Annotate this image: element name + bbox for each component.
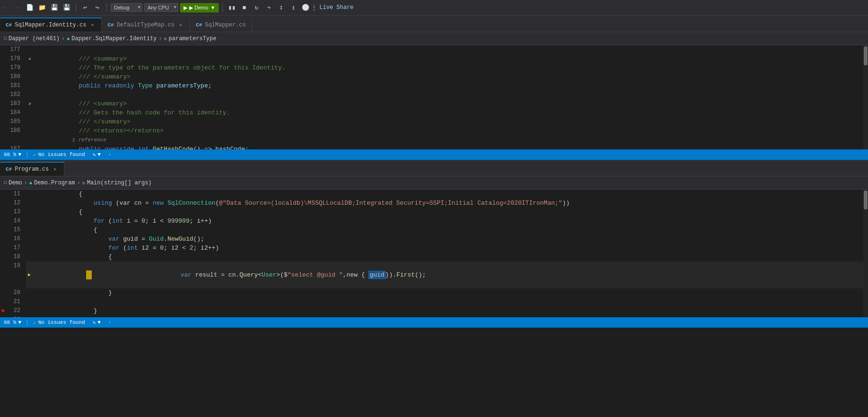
code-line: 12 using (var cn = new SqlConnection(@"D… (0, 199, 868, 208)
line-number: 15 (0, 226, 26, 235)
line-number: 13 (0, 208, 26, 217)
fold-button[interactable] (26, 208, 33, 217)
code-area-pane2[interactable]: 11 { 12 using (var cn = new SqlConnectio… (0, 190, 868, 317)
code-scroll-pane1[interactable]: 177 178 ◢ /// <summary> 179 (0, 45, 868, 149)
breadcrumb-class[interactable]: ◆ Dapper.SqlMapper.Identity (67, 35, 157, 42)
tab-icon-3: C# (196, 22, 202, 28)
line-content: public readonly Type parametersType; (33, 81, 868, 90)
debug-stop-icon[interactable]: ■ (239, 2, 249, 13)
line-content: 1 reference (33, 135, 868, 145)
fold-button[interactable] (26, 243, 33, 252)
debug-highlight (86, 270, 92, 279)
fold-button[interactable] (26, 145, 33, 149)
new-file-icon[interactable]: 📄 (25, 2, 35, 13)
fold-button[interactable] (26, 235, 33, 243)
live-share-button[interactable]: ⋮ Live Share (311, 4, 353, 12)
code-line: 183 ◢ /// <summary> (0, 99, 868, 108)
breadcrumb-member-icon-2: ◇ (82, 180, 85, 186)
fold-button[interactable] (26, 126, 33, 135)
code-line: 179 /// The type of the parameters objec… (0, 63, 868, 72)
fold-button[interactable] (26, 81, 33, 90)
fold-button[interactable] (26, 288, 33, 297)
fold-button[interactable] (26, 90, 33, 99)
tab-sqlmapper-identity[interactable]: C# SqlMapper.Identity.cs ✕ (0, 17, 102, 32)
step-into-icon[interactable]: ↧ (276, 2, 286, 13)
debug-mode-select[interactable]: Debug Release (111, 3, 142, 12)
redo-icon[interactable]: ↪ (92, 2, 103, 13)
step-over-icon[interactable]: ↷ (263, 2, 274, 13)
fold-button[interactable] (26, 252, 33, 261)
fold-button[interactable] (26, 315, 33, 317)
code-line: 177 (0, 45, 868, 54)
debug-arrow-icon: ▶ (28, 270, 31, 279)
fold-button[interactable] (26, 199, 33, 208)
back-icon[interactable]: ← (0, 2, 10, 13)
status-text-pane2: No issues found (38, 320, 85, 325)
live-share-label: Live Share (319, 4, 353, 11)
fold-button[interactable] (26, 117, 33, 126)
forward-icon[interactable]: → (12, 2, 23, 13)
fold-button[interactable]: ◢ (26, 99, 33, 108)
live-share-icon: ⋮ (311, 4, 317, 12)
fold-button[interactable]: ◢ (26, 54, 33, 63)
save-icon[interactable]: 💾 (49, 2, 60, 13)
run-button-wrapper[interactable]: ▶ ▶ Demo ▼ (180, 3, 219, 12)
minimap-pane2[interactable] (863, 190, 868, 317)
fold-button[interactable] (26, 217, 33, 226)
breadcrumb-member-2[interactable]: ◇ Main(string[] args) (82, 180, 152, 186)
line-content: { (33, 190, 868, 199)
breadcrumb-project-label: Dapper (net461) (9, 35, 60, 42)
zoom-control[interactable]: 98 % ▼ (4, 152, 21, 157)
line-number: 23 (0, 315, 26, 317)
line-content (33, 297, 868, 306)
line-content: /// <summary> (33, 99, 868, 108)
save-all-icon[interactable]: 💾 (61, 2, 72, 13)
tab-close-prog[interactable]: ✕ (52, 166, 58, 173)
code-area-pane1[interactable]: 177 178 ◢ /// <summary> 179 (0, 45, 868, 149)
breadcrumb-class-label: Dapper.SqlMapper.Identity (71, 35, 157, 42)
line-content: /// The type of the parameters object fo… (33, 63, 868, 72)
tab-close-2[interactable]: ✕ (177, 22, 184, 28)
breadcrumb-project[interactable]: □ Dapper (net461) (4, 35, 60, 42)
status-scroll-arrow-2[interactable]: ‹ (108, 320, 111, 325)
status-scroll-arrow[interactable]: ‹ (108, 152, 111, 157)
scrollbar-thumb-pane1[interactable] (864, 46, 868, 65)
fold-button[interactable] (26, 45, 33, 54)
breadcrumb-project-2[interactable]: □ Demo (4, 180, 22, 186)
fold-button[interactable] (26, 108, 33, 117)
breakpoint-icon[interactable]: ⚪ (300, 2, 311, 13)
tab-label-2: DefaultTypeMap.cs (117, 22, 175, 28)
line-content (33, 45, 868, 54)
code-scroll-pane2[interactable]: 11 { 12 using (var cn = new SqlConnectio… (0, 190, 868, 317)
fold-button[interactable] (26, 63, 33, 72)
tab-defaulttypemap[interactable]: C# DefaultTypeMap.cs ✕ (102, 17, 190, 32)
status-ok-pane1: ✓ No issues found (33, 152, 85, 158)
fold-button[interactable] (26, 306, 33, 315)
run-button[interactable]: ▶ ▶ Demo ▼ (180, 3, 219, 12)
undo-icon[interactable]: ↩ (80, 2, 90, 13)
platform-dropdown[interactable]: Any CPU ▼ (144, 3, 178, 12)
platform-select[interactable]: Any CPU (144, 3, 178, 12)
debug-config-dropdown[interactable]: Debug Release ▼ (111, 3, 142, 12)
status-toolbar-pane2[interactable]: ✎ ▼ (93, 320, 101, 326)
fold-button[interactable]: ▶ (26, 261, 33, 288)
status-toolbar-pane1[interactable]: ✎ ▼ (93, 152, 101, 158)
tab-sqlmapper[interactable]: C# SqlMapper.cs (190, 17, 252, 32)
status-pencil-icon-2: ✎ (93, 320, 96, 326)
fold-button[interactable] (26, 190, 33, 199)
debug-pause-icon[interactable]: ▮▮ (227, 2, 237, 13)
open-file-icon[interactable]: 📁 (37, 2, 47, 13)
tab-icon-prog: C# (6, 166, 12, 172)
breadcrumb-member[interactable]: ◇ parametersType (164, 35, 217, 42)
minimap-pane1[interactable] (863, 45, 868, 149)
tab-close-1[interactable]: ✕ (89, 22, 96, 28)
tab-program[interactable]: C# Program.cs ✕ (0, 162, 64, 176)
fold-button[interactable] (26, 226, 33, 235)
scrollbar-thumb-pane2[interactable] (864, 191, 868, 209)
zoom-control-2[interactable]: 98 % ▼ (4, 320, 21, 325)
debug-restart-icon[interactable]: ↻ (251, 2, 262, 13)
fold-button[interactable] (26, 72, 33, 81)
breadcrumb-class-2[interactable]: ◆ Demo.Program (29, 180, 75, 186)
step-out-icon[interactable]: ↥ (288, 2, 298, 13)
fold-button[interactable] (26, 297, 33, 306)
